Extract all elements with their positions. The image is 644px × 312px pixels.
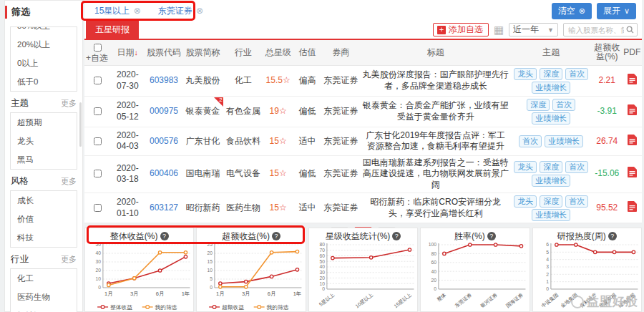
- column-header[interactable]: PDF: [623, 40, 642, 65]
- stock-code-link[interactable]: 000576: [146, 127, 182, 155]
- stock-name-link[interactable]: 国电南瑞: [182, 155, 223, 192]
- column-header[interactable]: 估值: [293, 40, 321, 65]
- pdf-icon[interactable]: [628, 74, 637, 84]
- pdf-icon[interactable]: [628, 104, 637, 115]
- stock-name-link[interactable]: 昭衍新药: [182, 192, 223, 223]
- stock-name-link[interactable]: 银泰黄金2: [182, 96, 223, 127]
- column-header[interactable]: 券商: [321, 40, 361, 65]
- remove-tag-icon[interactable]: ⊗: [131, 6, 140, 16]
- sidebar-item[interactable]: 50%以上: [11, 26, 77, 35]
- topic-tag[interactable]: 业绩增长: [532, 209, 570, 221]
- topic-tag[interactable]: 龙头: [514, 195, 537, 208]
- svg-text:60: 60: [431, 260, 437, 265]
- sidebar-item[interactable]: 医药生物: [11, 288, 77, 306]
- topic-tag[interactable]: 首次: [565, 68, 588, 80]
- column-header[interactable]: 超额收益(%): [592, 40, 623, 65]
- sidebar-item[interactable]: 低于0: [11, 72, 77, 91]
- help-icon[interactable]: ?: [608, 232, 617, 240]
- sidebar-scrollbar[interactable]: [79, 102, 82, 147]
- filter-tag[interactable]: 15星以上 ⊗: [94, 5, 141, 17]
- stock-code-link[interactable]: 600406: [146, 155, 182, 192]
- column-header[interactable]: 股票代码: [146, 40, 182, 65]
- chart-title: 星级收益统计(%)?: [309, 228, 417, 240]
- sidebar-more-link[interactable]: 更多: [61, 98, 77, 109]
- sidebar-item[interactable]: 超预期: [11, 113, 77, 132]
- column-header[interactable]: 股票简称: [182, 40, 223, 65]
- chart-title: 胜率(%)?: [421, 228, 529, 240]
- sidebar-item[interactable]: 机械设备: [11, 306, 77, 312]
- stock-code-link[interactable]: 603127: [146, 192, 182, 223]
- sidebar-item[interactable]: 科技: [11, 228, 77, 247]
- sidebar-item[interactable]: 化工: [11, 269, 77, 288]
- topic-tag[interactable]: 业绩增长: [545, 135, 583, 147]
- topic-tag[interactable]: 深度: [540, 161, 562, 173]
- help-icon[interactable]: ?: [272, 232, 280, 240]
- row-checkbox[interactable]: [94, 77, 102, 84]
- period-select[interactable]: 近一年 ▼: [509, 23, 558, 36]
- sidebar-item[interactable]: 20%以上: [11, 35, 77, 54]
- line-chart: 05101520251月3月6月1年超额收益我的筛选: [197, 240, 305, 312]
- help-icon[interactable]: ?: [392, 232, 401, 240]
- remove-tag-icon[interactable]: ⊗: [194, 6, 203, 16]
- stock-name-link[interactable]: 丸美股份: [182, 65, 223, 96]
- topic-tag[interactable]: 首次: [565, 195, 588, 208]
- stock-code-link[interactable]: 000975: [146, 96, 182, 127]
- column-header[interactable]: 行业: [224, 40, 263, 65]
- sidebar-box: 超预期龙头黑马: [10, 112, 77, 170]
- search-icon[interactable]: [626, 26, 634, 34]
- topic-tag[interactable]: 首次: [565, 161, 588, 173]
- sidebar-item[interactable]: 0以上: [11, 54, 77, 72]
- row-checkbox[interactable]: [94, 204, 102, 212]
- topic-tag[interactable]: 深度: [540, 68, 562, 80]
- topic-tag[interactable]: 业绩增长: [532, 112, 570, 125]
- topic-tag[interactable]: 深度: [527, 99, 550, 111]
- column-header[interactable]: 主题: [511, 40, 592, 65]
- sidebar-item[interactable]: 价值: [11, 210, 77, 228]
- report-title-link[interactable]: 国电南瑞新基建系列报告之一：受益特高压建设提速，电力物联网发展前景广阔: [361, 155, 511, 192]
- pdf-icon[interactable]: [628, 201, 637, 212]
- sidebar-item[interactable]: 黑马: [11, 150, 77, 169]
- topic-tag[interactable]: 深度: [540, 195, 562, 208]
- topic-tag[interactable]: 业绩增长: [532, 82, 570, 94]
- filter-tag[interactable]: 东莞证券 ⊗: [158, 5, 203, 17]
- column-header[interactable]: 日期↓: [109, 40, 146, 65]
- report-title-link[interactable]: 银泰黄金：合质金产能扩张，业绩有望受益于黄金量价齐升: [361, 96, 511, 127]
- row-checkbox[interactable]: [94, 107, 102, 115]
- stock-code-link[interactable]: 603983: [146, 65, 182, 96]
- topic-tag[interactable]: 业绩增长: [532, 175, 570, 187]
- report-title-link[interactable]: 昭衍新药：临床前CRO安评细分龙头，享受行业高增长红利: [361, 192, 511, 223]
- sort-desc-icon[interactable]: ↓: [135, 48, 139, 57]
- column-header[interactable]: 标题: [361, 40, 511, 65]
- stock-search-input[interactable]: [567, 25, 625, 35]
- topic-tag[interactable]: 首次: [519, 135, 542, 147]
- svg-text:0: 0: [434, 286, 436, 291]
- select-all-checkbox[interactable]: [94, 44, 102, 52]
- calendar-grid-icon[interactable]: ▦: [494, 24, 504, 35]
- clear-filters-button[interactable]: 清空 ⊗: [552, 3, 592, 19]
- help-icon[interactable]: ?: [487, 232, 496, 240]
- stock-name-link[interactable]: 广东甘化: [182, 127, 223, 155]
- add-watchlist-button[interactable]: + 添加自选: [433, 23, 489, 36]
- svg-text:我的筛选: 我的筛选: [155, 304, 177, 311]
- tab-five-star-reports[interactable]: 五星研报: [86, 20, 139, 39]
- sidebar-more-link[interactable]: 更多: [61, 254, 77, 265]
- pdf-icon[interactable]: [628, 135, 637, 145]
- report-title-link[interactable]: 丸美股份深度报告：国产眼部护理先行者，多品牌全渠道稳步成长: [361, 65, 511, 96]
- chart-title: 超额收益(%)?: [197, 228, 305, 240]
- topic-tag[interactable]: 龙头: [514, 161, 537, 173]
- topics-cell: 龙头深度首次业绩增长: [511, 192, 592, 223]
- sidebar-more-link[interactable]: 更多: [61, 176, 77, 187]
- row-checkbox[interactable]: [94, 170, 102, 177]
- report-title-link[interactable]: 广东甘化2019年年度报告点评：军工资源整合加速，食糖毛利率有望提升: [361, 127, 511, 155]
- valuation-cell: 偏低: [293, 155, 321, 192]
- row-checkbox[interactable]: [94, 137, 102, 145]
- topic-tag[interactable]: 首次: [552, 99, 575, 111]
- help-icon[interactable]: ?: [160, 232, 169, 240]
- column-header[interactable]: 总星级: [263, 40, 293, 65]
- sidebar-item[interactable]: 成长: [11, 191, 77, 210]
- expand-button[interactable]: 展开 ∨: [597, 3, 636, 19]
- sidebar-item[interactable]: 龙头: [11, 132, 77, 150]
- pdf-icon[interactable]: [628, 167, 637, 177]
- svg-text:6: 6: [546, 242, 549, 247]
- topic-tag[interactable]: 龙头: [514, 68, 537, 80]
